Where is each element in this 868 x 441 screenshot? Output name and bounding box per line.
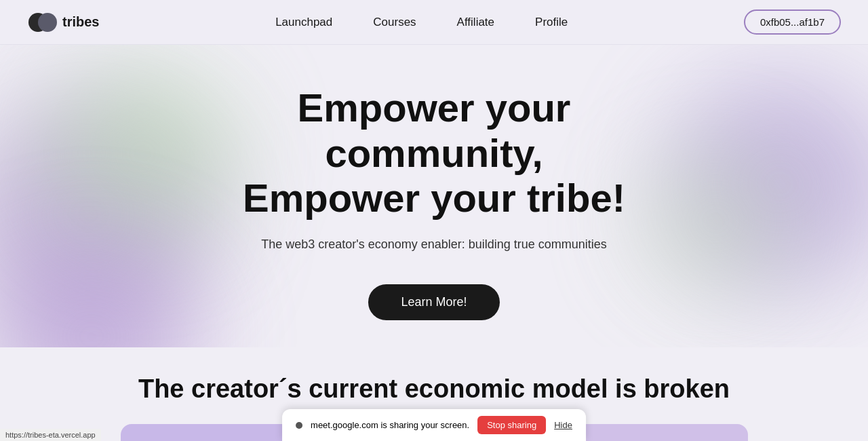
learn-more-button[interactable]: Learn More! bbox=[368, 284, 499, 320]
screen-sharing-bar: meet.google.com is sharing your screen. … bbox=[282, 409, 586, 441]
hero-section: Empower your community, Empower your tri… bbox=[0, 45, 868, 347]
hide-button[interactable]: Hide bbox=[554, 420, 572, 430]
navbar: tribes Launchpad Courses Affiliate Profi… bbox=[0, 0, 868, 45]
hero-title-line2: Empower your tribe! bbox=[243, 176, 625, 220]
nav-affiliate[interactable]: Affiliate bbox=[457, 16, 494, 29]
hero-subtitle: The web3 creator's economy enabler: buil… bbox=[27, 237, 841, 252]
nav-profile[interactable]: Profile bbox=[535, 16, 568, 29]
sharing-message: meet.google.com is sharing your screen. bbox=[311, 420, 469, 430]
nav-launchpad[interactable]: Launchpad bbox=[275, 16, 332, 29]
broken-title: The creator´s current economic model is … bbox=[27, 375, 841, 404]
url-text: https://tribes-eta.vercel.app bbox=[5, 431, 96, 439]
nav-courses[interactable]: Courses bbox=[373, 16, 416, 29]
sharing-indicator bbox=[296, 422, 302, 429]
logo-text: tribes bbox=[62, 14, 99, 30]
url-bar: https://tribes-eta.vercel.app bbox=[0, 429, 101, 441]
nav-links: Launchpad Courses Affiliate Profile bbox=[275, 16, 568, 29]
logo[interactable]: tribes bbox=[27, 7, 99, 37]
hero-title-line1: Empower your community, bbox=[298, 85, 571, 175]
wallet-button[interactable]: 0xfb05...af1b7 bbox=[744, 9, 841, 35]
svg-point-1 bbox=[38, 13, 57, 32]
hero-title: Empower your community, Empower your tri… bbox=[197, 85, 671, 221]
stop-sharing-button[interactable]: Stop sharing bbox=[477, 416, 546, 434]
logo-icon bbox=[27, 7, 57, 37]
